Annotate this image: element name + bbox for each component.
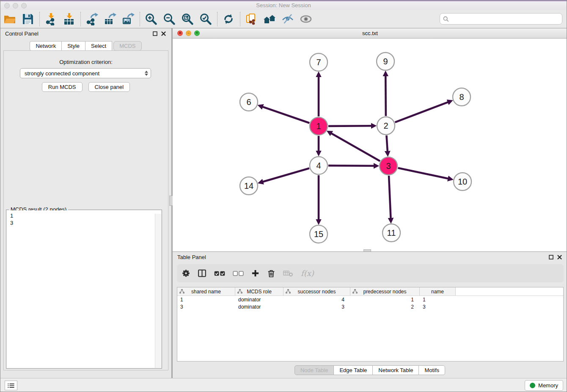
open-session-button[interactable] — [3, 11, 17, 27]
network-maximize-button[interactable]: + — [194, 30, 200, 36]
delete-table-button[interactable] — [283, 270, 293, 277]
network-window-titlebar[interactable]: ✕ − + scc.txt — [173, 28, 567, 39]
zoom-selected-button[interactable] — [198, 11, 213, 27]
network-canvas[interactable]: 7968124314101511 — [173, 39, 567, 251]
column-header-successor-nodes[interactable]: successor nodes — [284, 287, 350, 295]
graph-edge-3-11[interactable] — [389, 176, 391, 218]
graph-edge-1-2[interactable] — [328, 126, 372, 126]
memory-button[interactable]: Memory — [525, 380, 563, 391]
zoom-fit-button[interactable] — [180, 11, 195, 27]
select-all-rows-button[interactable] — [214, 270, 225, 277]
column-tree-icon — [352, 289, 358, 294]
first-neighbors-button[interactable] — [262, 11, 277, 27]
function-builder-button[interactable]: f(x) — [301, 269, 314, 278]
window-close-button[interactable] — [4, 3, 10, 8]
graph-edge-1-6[interactable] — [262, 107, 309, 123]
column-header-name[interactable]: name — [420, 287, 456, 295]
mcds-result-area[interactable]: 1 3 — [7, 210, 161, 368]
zoom-in-button[interactable] — [144, 11, 158, 27]
import-table-button[interactable] — [62, 11, 76, 27]
window-minimize-button[interactable] — [13, 3, 18, 8]
tab-network[interactable]: Network — [30, 41, 62, 51]
refresh-icon — [222, 13, 235, 25]
show-columns-button[interactable] — [198, 269, 206, 278]
table-row[interactable]: 3dominator323 — [177, 304, 563, 310]
export-image-button[interactable] — [121, 11, 135, 27]
cell-shared-name[interactable]: 1 — [177, 297, 235, 303]
close-panel-button[interactable]: Close panel — [88, 82, 130, 92]
column-header-shared-name[interactable]: shared name — [177, 287, 235, 295]
column-header-predecessor-nodes[interactable]: predecessor nodes — [350, 287, 420, 295]
gear-icon — [182, 269, 190, 277]
graph-edge-2-9[interactable] — [385, 76, 386, 116]
toolbar-separator — [39, 12, 40, 26]
toolbar-separator — [140, 12, 140, 26]
new-network-from-selection-button[interactable] — [244, 11, 259, 27]
zoom-out-button[interactable] — [162, 11, 176, 27]
network-minimize-button[interactable]: − — [186, 30, 191, 36]
result-scrollbar[interactable] — [155, 214, 161, 368]
tab-motifs[interactable]: Motifs — [418, 365, 445, 375]
graph-edge-3-10[interactable] — [398, 168, 449, 179]
apply-layout-button[interactable] — [221, 11, 236, 27]
tab-network-table[interactable]: Network Table — [372, 365, 419, 375]
delete-column-button[interactable] — [267, 269, 275, 278]
deselect-all-rows-button[interactable] — [233, 270, 244, 277]
cell-predecessor-nodes[interactable]: 1 — [350, 297, 420, 303]
graph-node-label-2: 2 — [383, 121, 388, 130]
toolbar-separator — [217, 12, 217, 26]
window-zoom-button[interactable] — [21, 3, 27, 8]
hide-selected-button[interactable] — [281, 11, 295, 27]
cell-successor-nodes[interactable]: 4 — [284, 297, 350, 303]
search-input[interactable] — [451, 15, 562, 22]
open-folder-icon — [3, 13, 16, 25]
zoom-in-icon — [145, 13, 157, 25]
graph-edge-2-3[interactable] — [386, 135, 387, 152]
close-panel-icon[interactable] — [161, 31, 166, 36]
network-close-button[interactable]: ✕ — [177, 30, 183, 36]
select-stepper-icon — [145, 71, 148, 76]
tab-edge-table[interactable]: Edge Table — [333, 365, 373, 375]
cell-MCDS-role[interactable]: dominator — [235, 297, 284, 303]
network-window-title: scc.txt — [173, 28, 567, 38]
graph-edge-3-1[interactable] — [331, 133, 380, 161]
eye-slash-icon — [281, 13, 294, 25]
graph-edge-4-3[interactable] — [328, 166, 374, 166]
float-panel-icon[interactable] — [153, 31, 157, 36]
main-toolbar — [0, 10, 567, 28]
import-table-icon — [63, 13, 75, 25]
tab-mcds[interactable]: MCDS — [113, 41, 141, 51]
show-panels-button[interactable] — [5, 381, 17, 390]
graph-edge-4-14[interactable] — [263, 168, 309, 182]
table-row[interactable]: 1dominator411 — [177, 296, 563, 303]
cell-shared-name[interactable]: 3 — [177, 304, 235, 310]
cell-name[interactable]: 3 — [420, 304, 456, 310]
export-network-button[interactable] — [85, 11, 99, 27]
table-settings-button[interactable] — [182, 269, 190, 277]
tab-select[interactable]: Select — [85, 41, 112, 51]
close-panel-icon[interactable] — [557, 255, 562, 259]
network-window: ✕ − + scc.txt 7968124314101511 — [173, 28, 567, 251]
run-mcds-button[interactable]: Run MCDS — [42, 82, 83, 92]
column-tree-icon — [179, 289, 184, 294]
create-column-button[interactable] — [251, 269, 259, 277]
float-panel-icon[interactable] — [549, 255, 553, 259]
tab-style[interactable]: Style — [61, 41, 85, 51]
houses-icon — [263, 13, 276, 25]
criterion-select[interactable]: strongly connected component — [20, 68, 151, 78]
graph-node-label-8: 8 — [459, 92, 464, 102]
tab-node-table[interactable]: Node Table — [295, 365, 334, 375]
cell-successor-nodes[interactable]: 3 — [284, 304, 350, 310]
graph-node-label-4: 4 — [316, 161, 321, 170]
column-header-MCDS-role[interactable]: MCDS role — [235, 287, 284, 295]
cell-MCDS-role[interactable]: dominator — [235, 304, 284, 310]
import-network-button[interactable] — [44, 11, 58, 27]
export-table-button[interactable] — [103, 11, 117, 27]
cell-name[interactable]: 1 — [420, 297, 456, 303]
window-title: Session: New Session — [0, 1, 567, 10]
save-session-button[interactable] — [21, 11, 35, 27]
search-box[interactable] — [440, 13, 562, 25]
show-all-button[interactable] — [299, 11, 313, 27]
graph-edge-2-8[interactable] — [395, 102, 449, 122]
cell-predecessor-nodes[interactable]: 2 — [350, 304, 420, 310]
